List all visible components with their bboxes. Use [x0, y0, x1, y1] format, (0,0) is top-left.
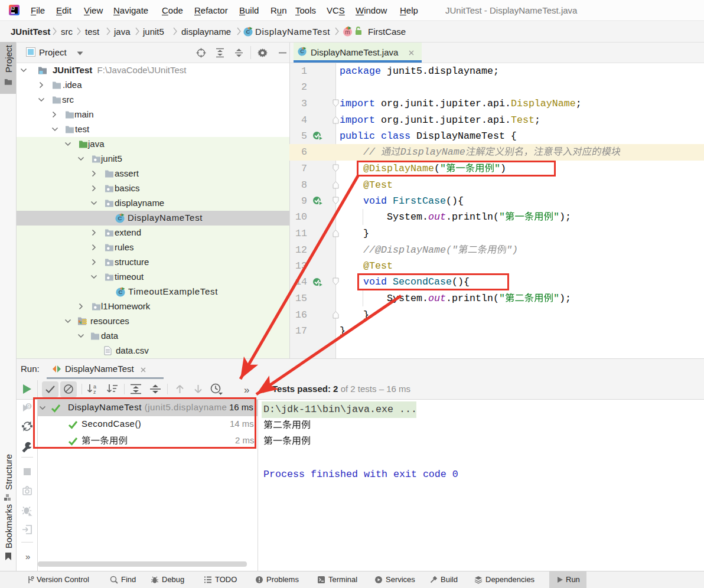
svg-text:z: z — [93, 389, 96, 394]
svg-text:m: m — [345, 29, 350, 35]
svg-text:9: 9 — [27, 403, 31, 410]
